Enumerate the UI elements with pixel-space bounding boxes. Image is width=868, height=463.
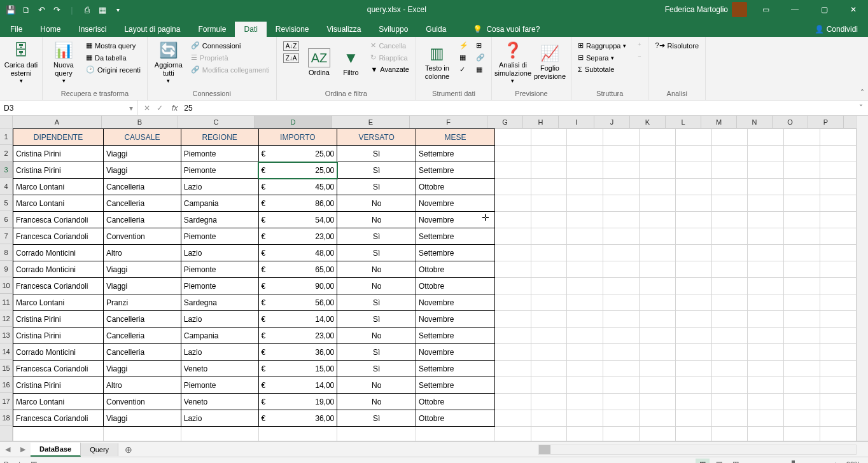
aggiorna-tutti-button[interactable]: 🔄Aggiorna tutti▾ (151, 40, 186, 86)
cell[interactable] (494, 311, 531, 328)
cell[interactable] (748, 410, 784, 427)
row-header-15[interactable]: 15 (0, 360, 12, 377)
filtro-button[interactable]: ▼Filtro (336, 40, 365, 86)
vertical-scrollbar[interactable] (857, 116, 868, 441)
cell[interactable] (640, 228, 676, 245)
cell[interactable]: Viaggi (104, 261, 181, 278)
cell[interactable]: Ottobre (416, 410, 495, 427)
cell[interactable] (748, 162, 784, 179)
cell[interactable]: Cancelleria (104, 344, 181, 361)
cell[interactable] (567, 294, 603, 311)
cell[interactable] (640, 394, 676, 410)
cell[interactable] (711, 228, 748, 245)
cell[interactable] (784, 261, 820, 278)
cell[interactable]: 48,00 (258, 245, 337, 261)
cell[interactable] (640, 261, 676, 278)
cell[interactable]: Viaggi (104, 162, 181, 179)
header-cell[interactable] (531, 129, 567, 146)
relationships-button[interactable]: 🔗 (473, 52, 487, 63)
col-header-H[interactable]: H (523, 116, 559, 128)
cell[interactable]: 14,00 (258, 311, 337, 328)
cell[interactable] (675, 394, 711, 410)
cell[interactable] (494, 162, 531, 179)
cell[interactable] (784, 278, 820, 294)
cell[interactable] (820, 377, 857, 394)
cell[interactable]: Novembre (416, 311, 495, 328)
share-button[interactable]: 👤 Condividi (806, 22, 867, 37)
cell[interactable] (675, 361, 711, 377)
col-header-J[interactable]: J (594, 116, 630, 128)
cell[interactable] (784, 228, 820, 245)
row-header-3[interactable]: 3 (0, 162, 12, 178)
close-icon[interactable]: ✕ (839, 0, 868, 19)
header-cell[interactable] (748, 129, 784, 146)
cell[interactable] (531, 195, 567, 212)
cell[interactable] (603, 228, 640, 245)
nuova-query-button[interactable]: 📊Nuova query▾ (46, 40, 81, 86)
header-cell[interactable] (784, 129, 820, 146)
cell[interactable]: Settembre (416, 245, 495, 261)
cell[interactable]: Cancelleria (104, 212, 181, 228)
cell[interactable] (675, 294, 711, 311)
col-header-L[interactable]: L (666, 116, 701, 128)
cell[interactable]: Piemonte (181, 261, 258, 278)
cell[interactable] (784, 195, 820, 212)
subtotale-button[interactable]: ΣSubtotale (575, 64, 629, 74)
cell[interactable]: Settembre (416, 228, 495, 245)
cell[interactable]: Sì (337, 410, 416, 427)
cell[interactable] (603, 427, 640, 441)
cell[interactable]: Marco Lontani (13, 394, 104, 410)
column-headers[interactable]: ABCDEFGHIJKLMNOP (13, 116, 857, 128)
name-box[interactable]: D3▾ (0, 100, 137, 115)
cell[interactable]: Sì (337, 228, 416, 245)
macro-record-icon[interactable]: ▣ (31, 460, 37, 463)
cell[interactable] (603, 311, 640, 328)
cell[interactable] (711, 377, 748, 394)
cell[interactable]: Cristina Pirini (13, 162, 104, 179)
undo-icon[interactable]: ↶ (34, 3, 48, 17)
cell[interactable]: No (337, 328, 416, 344)
cell[interactable] (494, 261, 531, 278)
cell[interactable] (603, 212, 640, 228)
cell[interactable]: Convention (104, 394, 181, 410)
cell[interactable] (531, 278, 567, 294)
print-preview-icon[interactable]: ⎙ (80, 3, 94, 17)
cell[interactable]: Novembre (416, 212, 495, 228)
row-header-11[interactable]: 11 (0, 294, 12, 310)
cell[interactable]: 90,00 (258, 278, 337, 294)
col-header-D[interactable]: D (255, 116, 332, 128)
tell-me-search[interactable]: 💡 Cosa vuoi fare? (464, 22, 549, 37)
cell[interactable] (640, 410, 676, 427)
row-headers[interactable]: 123456789101112131415161718 (0, 128, 13, 441)
cell[interactable]: Novembre (416, 344, 495, 361)
testo-in-colonne-button[interactable]: ▥Testo in colonne (420, 40, 454, 86)
header-cell[interactable] (711, 129, 748, 146)
cell[interactable] (603, 377, 640, 394)
foglio-previsione-button[interactable]: 📈Foglio previsione (533, 40, 567, 86)
cell[interactable] (494, 427, 531, 441)
tab-layout[interactable]: Layout di pagina (115, 22, 189, 37)
cell[interactable] (603, 245, 640, 261)
cell[interactable] (784, 311, 820, 328)
cell[interactable] (531, 344, 567, 361)
cell[interactable] (711, 328, 748, 344)
header-cell[interactable]: IMPORTO (258, 129, 337, 146)
cell[interactable]: No (337, 394, 416, 410)
cell[interactable] (711, 146, 748, 162)
cell[interactable] (784, 179, 820, 195)
cell[interactable]: Convention (104, 228, 181, 245)
data-validation-button[interactable]: ✓ (457, 64, 471, 75)
cell[interactable]: 86,00 (258, 195, 337, 212)
cell[interactable] (603, 361, 640, 377)
cell[interactable]: Campania (181, 328, 258, 344)
header-cell[interactable]: CAUSALE (104, 129, 181, 146)
flash-fill-button[interactable]: ⚡ (457, 40, 471, 51)
cell[interactable] (784, 344, 820, 361)
cell[interactable] (784, 162, 820, 179)
cell[interactable] (603, 179, 640, 195)
cell[interactable] (675, 377, 711, 394)
minimize-icon[interactable]: ― (780, 0, 809, 19)
header-cell[interactable] (675, 129, 711, 146)
col-header-P[interactable]: P (808, 116, 844, 128)
qat-customize-icon[interactable]: ▾ (111, 3, 125, 17)
